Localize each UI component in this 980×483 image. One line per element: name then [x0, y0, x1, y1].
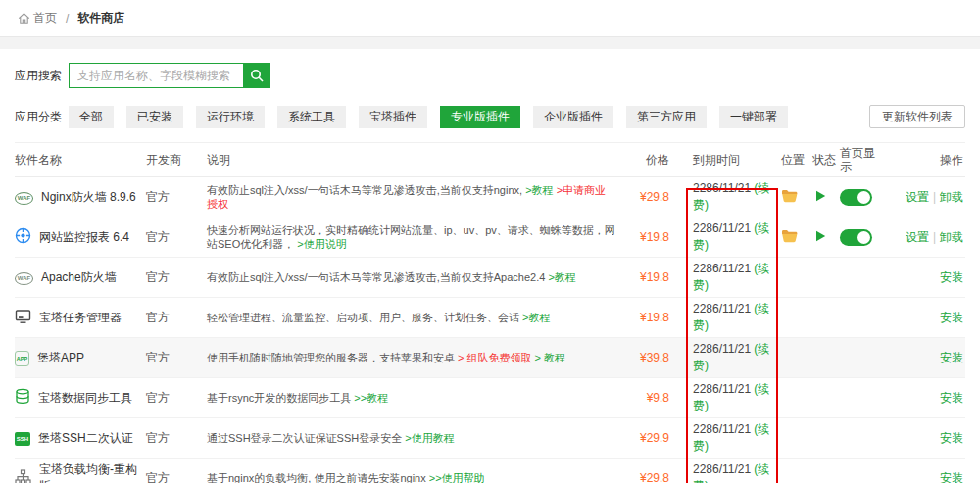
breadcrumb-home[interactable]: 首页 [18, 10, 57, 26]
tutorial-link[interactable]: >教程 [548, 271, 575, 283]
software-name: 网站监控报表 6.4 [39, 229, 129, 246]
tutorial-link[interactable]: >>教程 [354, 392, 388, 404]
description-text: 有效防止sql注入/xss/一句话木马等常见渗透攻击,当前仅支持Apache2.… [207, 271, 548, 283]
price: ¥19.8 [628, 258, 685, 298]
search-box [69, 63, 270, 88]
expire-date-value: 2286/11/21 [693, 262, 751, 275]
install-link[interactable]: 安装 [940, 471, 963, 483]
settings-link[interactable]: 设置 [906, 190, 929, 204]
home-icon [18, 12, 30, 24]
developer: 官方 [146, 258, 207, 298]
install-link[interactable]: 安装 [940, 391, 963, 405]
column-header: 位置 [777, 143, 808, 177]
category-tab[interactable]: 一键部署 [719, 106, 788, 128]
action-separator: | [929, 190, 940, 204]
search-input[interactable] [69, 63, 243, 88]
install-link[interactable]: 安装 [940, 311, 963, 324]
install-link[interactable]: 安装 [940, 351, 963, 364]
expire-date: 2286/11/21(续费) [685, 298, 777, 338]
expire-date-value: 2286/11/21 [693, 382, 751, 396]
description: 有效防止sql注入/xss/一句话木马等常见渗透攻击,当前仅支持nginx, >… [207, 177, 628, 217]
description-text: 基于rsync开发的数据同步工具 [207, 392, 354, 404]
location-cell [777, 378, 808, 418]
homepage-display-cell [838, 177, 883, 217]
uninstall-link[interactable]: 卸载 [940, 230, 963, 244]
expire-date-value: 2286/11/21 [693, 181, 751, 195]
status-cell [808, 378, 838, 418]
promo-link[interactable]: > 组队免费领取 [458, 352, 531, 363]
tutorial-link[interactable]: >教程 [525, 184, 553, 196]
location-cell [777, 177, 808, 217]
table-row: WAFNginx防火墙 8.9.6官方有效防止sql注入/xss/一句话木马等常… [15, 177, 965, 217]
category-tab[interactable]: 宝塔插件 [359, 106, 427, 128]
description: 使用手机随时随地管理您的服务器，支持苹果和安卓 > 组队免费领取 > 教程 [207, 338, 628, 378]
settings-link[interactable]: 设置 [906, 230, 929, 244]
table-row: APP堡塔APP官方使用手机随时随地管理您的服务器，支持苹果和安卓 > 组队免费… [15, 338, 965, 378]
status-cell [808, 418, 838, 459]
uninstall-link[interactable]: 卸载 [940, 190, 963, 204]
table-row: 网站监控报表 6.4官方快速分析网站运行状况，实时精确统计网站流量、ip、uv、… [15, 217, 965, 258]
description-text: 使用手机随时随地管理您的服务器，支持苹果和安卓 [207, 352, 458, 363]
homepage-display-cell [838, 258, 883, 298]
category-tab[interactable]: 已安装 [126, 106, 183, 128]
tutorial-link[interactable]: >使用说明 [297, 238, 346, 250]
category-tab[interactable]: 运行环境 [196, 106, 265, 128]
description: 轻松管理进程、流量监控、启动项、用户、服务、计划任务、会话 >教程 [207, 298, 628, 338]
column-header: 说明 [207, 143, 628, 177]
table-header-row: 软件名称开发商说明价格到期时间位置状态首页显示操作 [15, 143, 965, 177]
status-cell [808, 459, 838, 483]
homepage-display-cell [838, 418, 883, 459]
action-cell: 设置|卸载 [883, 177, 965, 217]
play-status-icon[interactable] [815, 230, 826, 242]
table-row: 宝塔任务管理器官方轻松管理进程、流量监控、启动项、用户、服务、计划任务、会话 >… [15, 298, 965, 338]
action-cell: 安装 [883, 459, 965, 483]
status-cell [808, 177, 838, 217]
homepage-display-toggle[interactable] [840, 229, 872, 246]
search-button[interactable] [243, 63, 270, 88]
tutorial-link[interactable]: > 教程 [535, 352, 565, 363]
software-name: 宝塔负载均衡-重构版 [39, 461, 146, 483]
category-tab[interactable]: 全部 [69, 106, 114, 128]
install-link[interactable]: 安装 [940, 431, 963, 445]
description: 快速分析网站运行状况，实时精确统计网站流量、ip、uv、pv、请求、蜘蛛等数据，… [207, 217, 628, 258]
folder-icon[interactable] [781, 229, 799, 243]
location-cell [777, 338, 808, 378]
homepage-display-cell [838, 378, 883, 418]
tutorial-link[interactable]: >教程 [522, 312, 550, 323]
table-row: WAFApache防火墙官方有效防止sql注入/xss/一句话木马等常见渗透攻击… [15, 258, 965, 298]
software-name: 堡塔SSH二次认证 [38, 430, 133, 447]
tutorial-link[interactable]: >>使用帮助 [429, 472, 485, 483]
install-link[interactable]: 安装 [940, 270, 963, 284]
developer: 官方 [146, 298, 207, 338]
table-row: 宝塔负载均衡-重构版官方基于nginx的负载均衡, 使用之前请先安装nginx … [15, 459, 965, 483]
category-tab[interactable]: 第三方应用 [626, 106, 707, 128]
homepage-display-toggle[interactable] [840, 189, 872, 206]
play-status-icon[interactable] [815, 190, 826, 202]
category-label: 应用分类 [15, 109, 69, 125]
category-tab[interactable]: 专业版插件 [440, 106, 520, 128]
table-row: SSH堡塔SSH二次认证官方通过SSH登录二次认证保证SSH登录安全 >使用教程… [15, 418, 965, 459]
waf-shield-gray-icon: WAF [15, 269, 33, 285]
database-sync-icon [15, 388, 30, 408]
app-icon: APP [15, 350, 29, 366]
location-cell [777, 459, 808, 483]
category-tab[interactable]: 企业版插件 [533, 106, 613, 128]
location-cell [777, 258, 808, 298]
status-cell [808, 217, 838, 258]
site-monitor-icon [15, 227, 31, 247]
breadcrumb-separator: / [63, 12, 72, 25]
description: 基于rsync开发的数据同步工具 >>教程 [207, 378, 628, 418]
expire-date: 2286/11/21(续费) [685, 177, 777, 217]
breadcrumb: 首页 / 软件商店 [18, 10, 124, 26]
folder-icon[interactable] [781, 189, 799, 203]
description-text: 通过SSH登录二次认证保证SSH登录安全 [207, 432, 405, 444]
price: ¥29.8 [628, 459, 685, 483]
category-tab[interactable]: 系统工具 [277, 106, 346, 128]
expire-date: 2286/11/21(续费) [685, 338, 777, 378]
update-software-list-button[interactable]: 更新软件列表 [869, 105, 965, 128]
price: ¥19.8 [628, 217, 685, 258]
tutorial-link[interactable]: >使用教程 [405, 432, 454, 444]
location-cell [777, 217, 808, 258]
description: 通过SSH登录二次认证保证SSH登录安全 >使用教程 [207, 418, 628, 459]
expire-date: 2286/11/21(续费) [685, 378, 777, 418]
